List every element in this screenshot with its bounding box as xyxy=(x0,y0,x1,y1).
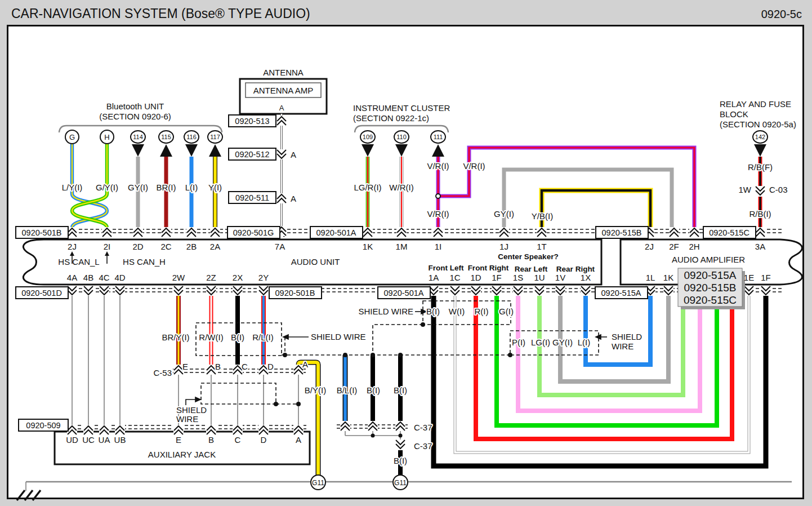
antenna-amp-label: ANTENNA AMP xyxy=(253,86,314,95)
wire-label: BR(I) xyxy=(157,183,176,192)
pin-label: 2A xyxy=(210,242,220,251)
connector-id: 111 xyxy=(434,134,443,140)
pin-label: 1E xyxy=(744,273,754,282)
pin-label: 3A xyxy=(755,242,765,251)
relay-section: (SECTION 0920-5a) xyxy=(720,119,796,129)
pin-label: 1C xyxy=(449,273,460,282)
inline-connector-label: 1W xyxy=(739,185,752,194)
connector-id: 109 xyxy=(363,134,373,140)
doc-number: 0920-5c xyxy=(761,8,802,20)
wire-label: W/R(I) xyxy=(389,183,413,192)
wire-label: B(I) xyxy=(231,332,244,342)
pin-label: 4D xyxy=(114,273,125,282)
pin-label: 2W xyxy=(172,273,185,282)
wire-label: B(I) xyxy=(426,307,440,316)
pin-label: 2J xyxy=(645,242,654,251)
pin-label: 1I xyxy=(435,242,442,251)
wire-label: GY(I) xyxy=(552,338,573,347)
pin-label: 1T xyxy=(537,242,547,251)
pin-label: UD xyxy=(66,435,78,445)
junction-dot xyxy=(436,194,440,198)
pin-label: C xyxy=(235,435,241,445)
page-title: CAR-NAVIGATION SYSTEM (Bose® TYPE AUDIO) xyxy=(11,6,310,21)
connector-label: C-37 xyxy=(414,441,432,451)
wire-label: G(I) xyxy=(499,307,514,316)
stacked-ref: 0920-515C xyxy=(684,294,737,306)
wire-label: V/R(I) xyxy=(427,161,449,171)
wire-label: B(I) xyxy=(394,456,407,465)
pin-label: A xyxy=(302,359,308,369)
ref-label: 0920-501A xyxy=(316,228,356,237)
cluster-title: INSTRUMENT CLUSTER xyxy=(353,103,450,113)
wire-label: GY(I) xyxy=(128,183,148,192)
center-speaker-label: Center Speaker? xyxy=(498,252,558,261)
wire-label: LG(I) xyxy=(531,338,550,347)
pin-label: 2X xyxy=(233,273,243,282)
relay-title: RELAY AND FUSE xyxy=(720,99,791,109)
pin-label: 2H xyxy=(689,242,699,251)
pin-label: 2F xyxy=(669,242,679,251)
pin-label: A xyxy=(296,435,301,445)
ref-label: 0920-515B xyxy=(602,228,642,237)
pin-label: 1J xyxy=(499,242,508,251)
pin-label: 2J xyxy=(68,242,77,251)
pin-label: 1V xyxy=(555,273,565,282)
ref-label: 0920-509 xyxy=(26,421,60,430)
header: CAR-NAVIGATION SYSTEM (Bose® TYPE AUDIO)… xyxy=(11,6,802,21)
antenna-pin: A xyxy=(279,104,284,112)
aux-jack-name: AUXILIARY JACK xyxy=(148,450,216,459)
ref-label: 0920-511 xyxy=(235,193,269,202)
ref-label: 0920-515A xyxy=(601,288,641,298)
connector-id: G xyxy=(69,133,75,141)
wire-label: B(I) xyxy=(367,385,380,395)
connector-id: 110 xyxy=(396,134,407,140)
ground-id: G11 xyxy=(312,479,324,487)
wire-label: B/Y(I) xyxy=(305,385,326,395)
connector-id: 115 xyxy=(161,134,171,140)
antenna-title: ANTENNA xyxy=(263,68,304,77)
pin-label: 1X xyxy=(581,273,591,282)
ref-label: 0920-513 xyxy=(235,117,269,126)
pin-label: 1F xyxy=(761,273,771,282)
wire-label: Y(I) xyxy=(208,183,222,192)
pin-label: 1F xyxy=(492,273,502,282)
inline-connector-label: C-03 xyxy=(769,185,788,194)
wire-label: BR/Y(I) xyxy=(162,332,189,342)
connector-label: C-37 xyxy=(414,423,432,432)
wire-label: V/R(I) xyxy=(463,161,485,171)
connector-label: C-53 xyxy=(153,368,172,378)
wire-label: Y/B(I) xyxy=(532,211,553,221)
pin-label: C xyxy=(242,362,248,371)
bluetooth-section: (SECTION 0920-6) xyxy=(99,112,171,121)
pin-label: 2C xyxy=(160,242,171,251)
pin-label: 7A xyxy=(275,242,285,251)
shield-wire-label: WIRE xyxy=(612,341,633,351)
pin-label: 1U xyxy=(534,273,545,282)
ref-label: 0920-512 xyxy=(235,150,269,159)
pin-label: 2I xyxy=(104,242,111,251)
pin-label: 1M xyxy=(396,242,408,251)
pin-label: 1K xyxy=(363,242,373,251)
shield-wire-label: WIRE xyxy=(176,414,198,424)
pin-label: 4C xyxy=(99,273,109,282)
pin-label: UA xyxy=(99,435,110,445)
ground-symbol-icon xyxy=(17,490,41,500)
wire-label: R/B(F) xyxy=(748,162,773,172)
connector-id: 116 xyxy=(186,134,197,140)
ref-label: 0920-501D xyxy=(21,288,62,298)
wire-label: R/L(I) xyxy=(252,332,274,342)
shield-box-aux-lower xyxy=(201,383,276,404)
pin-label: B xyxy=(215,362,221,371)
pin-label: E xyxy=(176,435,181,445)
wire-label: B/L(I) xyxy=(337,385,358,395)
pin-label: 1A xyxy=(429,273,439,282)
pin-label: 2Y xyxy=(258,273,269,282)
pin-label: 1D xyxy=(470,273,481,282)
pin-label: 2B xyxy=(186,242,197,251)
ref-label: 0920-501A xyxy=(384,288,424,298)
wiring-diagram: CAR-NAVIGATION SYSTEM (Bose® TYPE AUDIO)… xyxy=(0,0,812,506)
ref-label: 0920-501B xyxy=(275,288,315,298)
stacked-ref: 0920-515B xyxy=(684,282,737,294)
stacked-ref: 0920-515A xyxy=(684,269,737,281)
pin-label: B xyxy=(208,435,214,445)
